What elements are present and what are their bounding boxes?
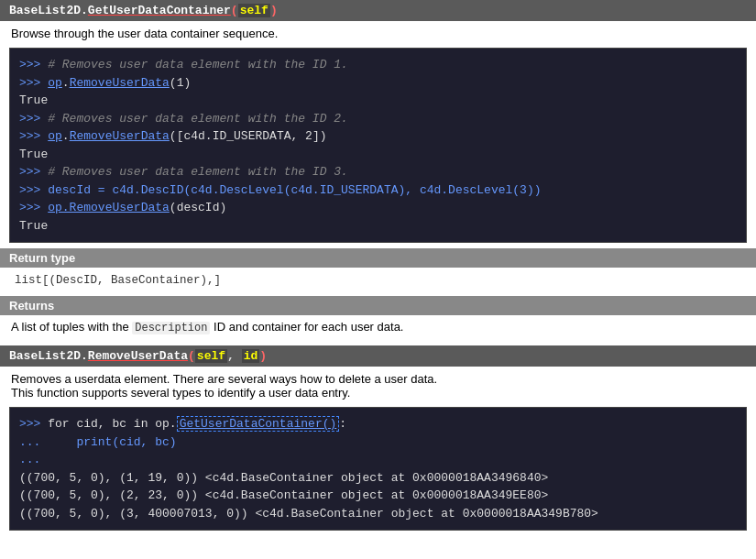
s2-code-line-2: ... print(cid, bc) [19, 433, 737, 452]
section2-comma: , [227, 349, 242, 363]
code-line-3: True [19, 92, 737, 110]
section2-description: Removes a userdata element. There are se… [0, 367, 756, 407]
inline-code-description: Description [132, 322, 210, 334]
code-line-4: >>> # Removes user data element with the… [19, 110, 737, 128]
code-line-7: >>> # Removes user data element with the… [19, 163, 737, 181]
section1-func: GetUserDataContainer [88, 4, 231, 17]
section2-open-paren: ( [188, 349, 195, 363]
s2-code-line-6: ((700, 5, 0), (3, 400007013, 0)) <c4d.Ba… [19, 505, 737, 523]
code-line-6: True [19, 146, 737, 164]
code-line-5: >>> op.RemoveUserData([c4d.ID_USERDATA, … [19, 127, 737, 146]
code-line-10: True [19, 217, 737, 236]
code-line-8: >>> descId = c4d.DescID(c4d.DescLevel(c4… [19, 181, 737, 200]
return-type-header: Return type [0, 248, 756, 268]
section2-self: self [195, 349, 227, 363]
section1-code-block: >>> # Removes user data element with the… [9, 48, 747, 243]
section1-description: Browse through the user data container s… [0, 21, 756, 48]
s2-code-line-4: ((700, 5, 0), (1, 19, 0)) <c4d.BaseConta… [19, 469, 737, 488]
section2-close-paren: ) [259, 349, 267, 363]
section1-self: self [238, 4, 270, 17]
code-line-2: >>> op.RemoveUserData(1) [19, 74, 737, 93]
returns-header: Returns [0, 296, 756, 315]
section2-header: BaseList2D.RemoveUserData(self, id) [0, 345, 756, 367]
s2-code-line-3: ... [19, 451, 737, 469]
section2-func: RemoveUserData [88, 349, 188, 363]
return-type-value: list[(DescID, BaseContainer),] [11, 274, 745, 287]
code-line-1: >>> # Removes user data element with the… [19, 56, 737, 74]
section2-code-block: >>> for cid, bc in op.GetUserDataContain… [9, 407, 747, 531]
s2-code-line-5: ((700, 5, 0), (2, 23, 0)) <c4d.BaseConta… [19, 487, 737, 505]
section1-header: BaseList2D.GetUserDataContainer(self) [0, 0, 756, 21]
page-container: BaseList2D.GetUserDataContainer(self) Br… [0, 0, 756, 531]
returns-body: A list of tuples with the Description ID… [0, 315, 756, 342]
section1-class: BaseList2D. [9, 4, 88, 17]
return-type-body: list[(DescID, BaseContainer),] [0, 268, 756, 296]
section1-parens: ( [231, 4, 238, 17]
s2-code-line-1: >>> for cid, bc in op.GetUserDataContain… [19, 415, 737, 433]
section2-class: BaseList2D. [9, 349, 88, 363]
code-line-9: >>> op.RemoveUserData(descId) [19, 199, 737, 217]
section2-id-param: id [242, 349, 260, 363]
section1-close-paren: ) [270, 4, 278, 17]
